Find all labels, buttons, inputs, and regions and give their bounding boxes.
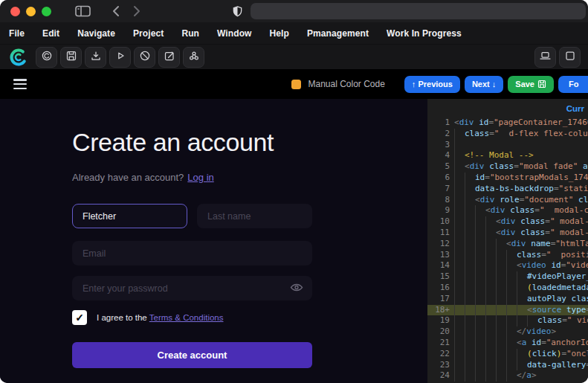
sidebar-toggle-icon[interactable] bbox=[75, 5, 91, 17]
line-number: 6 bbox=[427, 173, 454, 184]
code-line: 11<div class=" modal-bo bbox=[427, 228, 588, 239]
app-window: FileEditNavigateProjectRunWindowHelpPman… bbox=[0, 0, 588, 383]
download-icon bbox=[90, 50, 102, 65]
menu-item-run[interactable]: Run bbox=[181, 28, 199, 39]
code-line: 22(click)="onclic bbox=[427, 349, 588, 360]
minimize-button[interactable] bbox=[26, 7, 36, 16]
edit-button[interactable] bbox=[158, 47, 180, 68]
window-titlebar bbox=[0, 0, 588, 22]
play-icon bbox=[114, 50, 126, 65]
manual-color-label: Manual Color Code bbox=[308, 79, 384, 89]
signup-form: Create an account Already have an accoun… bbox=[72, 127, 312, 368]
previous-button[interactable]: ↑ Previous bbox=[404, 76, 460, 93]
menu-item-work-in-progress[interactable]: Work In Progress bbox=[387, 28, 462, 39]
back-icon[interactable] bbox=[112, 5, 120, 17]
line-number: 7 bbox=[427, 184, 454, 195]
line-number: 19 bbox=[427, 315, 454, 326]
menu-item-edit[interactable]: Edit bbox=[42, 28, 59, 39]
block-button[interactable] bbox=[134, 47, 155, 68]
line-number: 14 bbox=[427, 260, 454, 271]
url-bar[interactable] bbox=[251, 3, 586, 19]
floppy-icon bbox=[537, 80, 546, 88]
line-number: 16 bbox=[427, 283, 454, 294]
record-icon bbox=[41, 50, 53, 65]
code-line: 15#videoPlayer_vi bbox=[427, 271, 588, 283]
code-line: 1<div id="pageContainer_174603 bbox=[427, 118, 588, 129]
menu-bar: FileEditNavigateProjectRunWindowHelpPman… bbox=[0, 22, 588, 45]
shield-icon[interactable] bbox=[232, 5, 243, 18]
line-number: 12 bbox=[427, 239, 454, 250]
toolbar bbox=[0, 45, 588, 69]
code-line: 14<video id="video_ bbox=[427, 260, 588, 271]
format-button[interactable]: Fo bbox=[558, 76, 588, 93]
code-line: 20</video> bbox=[427, 326, 588, 338]
terms-label-text: I agree to the bbox=[97, 313, 147, 322]
line-number: 15 bbox=[427, 271, 454, 283]
code-line: 10<div class=" modal-he bbox=[427, 216, 588, 228]
viewport-square-button[interactable] bbox=[559, 47, 581, 68]
terms-link[interactable]: Terms & Conditions bbox=[149, 313, 224, 322]
close-button[interactable] bbox=[10, 7, 20, 16]
line-number: 1 bbox=[427, 118, 454, 129]
save-button[interactable] bbox=[60, 47, 82, 68]
menu-item-pmanagement[interactable]: Pmanagement bbox=[307, 28, 369, 39]
editor-header-label: Curr bbox=[427, 99, 588, 118]
save-button[interactable]: Save bbox=[508, 76, 554, 93]
manual-color-swatch bbox=[291, 80, 301, 89]
password-field[interactable] bbox=[72, 276, 312, 300]
download-button[interactable] bbox=[85, 47, 106, 68]
save-icon bbox=[65, 50, 77, 65]
last-name-field[interactable] bbox=[197, 204, 312, 228]
line-number: 11 bbox=[427, 228, 454, 239]
app-logo-icon bbox=[9, 48, 28, 67]
forward-icon[interactable] bbox=[132, 5, 141, 17]
line-number: 20 bbox=[427, 326, 454, 338]
show-password-icon[interactable] bbox=[290, 282, 303, 296]
line-number: 17 bbox=[427, 294, 454, 305]
code-line: 3 bbox=[427, 140, 588, 151]
record-button[interactable] bbox=[36, 47, 57, 68]
first-name-field[interactable] bbox=[72, 204, 187, 228]
code-line: 2class=" d-flex flex-column bbox=[427, 129, 588, 140]
line-number: 13 bbox=[427, 250, 454, 261]
page-title: Create an account bbox=[72, 127, 312, 157]
menu-item-file[interactable]: File bbox=[9, 28, 25, 39]
menu-item-help[interactable]: Help bbox=[270, 28, 289, 39]
traffic-lights bbox=[10, 7, 51, 16]
email-field[interactable] bbox=[72, 241, 312, 265]
code-line: 5<div class="modal fade" app bbox=[427, 161, 588, 173]
line-number: 8 bbox=[427, 195, 454, 206]
hamburger-menu-icon[interactable] bbox=[13, 79, 27, 89]
code-editor[interactable]: Curr 1<div id="pageContainer_1746032clas… bbox=[427, 99, 588, 383]
code-line: 21<a id="anchorId_ bbox=[427, 338, 588, 349]
login-link[interactable]: Log in bbox=[187, 172, 213, 183]
share-cluster-button[interactable] bbox=[183, 47, 204, 68]
laptop-icon bbox=[539, 50, 552, 65]
laptop-button[interactable] bbox=[534, 47, 556, 68]
line-number: 9 bbox=[427, 205, 454, 216]
line-number: 2 bbox=[427, 129, 454, 140]
code-line: 7data-bs-backdrop="static" bbox=[427, 184, 588, 195]
menu-item-project[interactable]: Project bbox=[133, 28, 164, 39]
login-prompt-text: Already have an account? bbox=[72, 172, 184, 183]
terms-checkbox[interactable]: ✓ bbox=[72, 310, 87, 325]
play-button[interactable] bbox=[109, 47, 131, 68]
line-number: 21 bbox=[427, 338, 454, 349]
code-lines: 1<div id="pageContainer_1746032class=" d… bbox=[427, 118, 588, 382]
zoom-button[interactable] bbox=[42, 7, 51, 16]
code-line-highlighted: 18+<source type="video/mp4" bbox=[427, 305, 588, 316]
code-line: 17autoPlay class bbox=[427, 294, 588, 305]
edit-icon bbox=[164, 50, 175, 65]
code-line: 4<!-- Modal --> bbox=[427, 150, 588, 161]
code-line: 23data-gallery="p bbox=[427, 360, 588, 371]
create-account-button[interactable]: Create account bbox=[72, 342, 312, 368]
menu-item-navigate[interactable]: Navigate bbox=[77, 28, 115, 39]
next-button[interactable]: Next ↓ bbox=[465, 76, 503, 93]
line-number: 4 bbox=[427, 150, 454, 161]
menu-item-window[interactable]: Window bbox=[217, 28, 251, 39]
line-number: 24 bbox=[427, 370, 454, 382]
code-line: 13class=" position bbox=[427, 250, 588, 261]
line-number: 3 bbox=[427, 140, 454, 151]
viewport-square-icon bbox=[564, 50, 576, 65]
action-bar: Manual Color Code ↑ Previous Next ↓ Save… bbox=[0, 69, 588, 99]
